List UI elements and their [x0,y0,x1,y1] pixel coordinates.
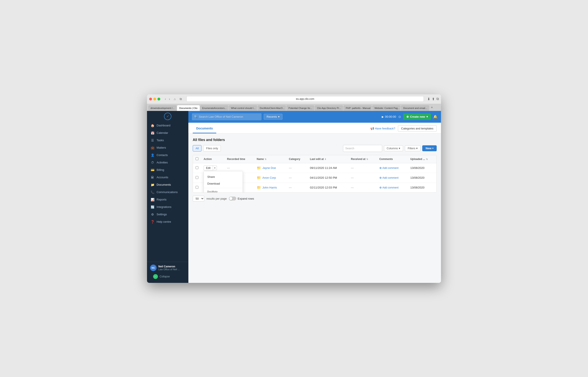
sidebar-item-documents[interactable]: 📁 Documents [147,181,188,188]
back-button[interactable]: ‹ [164,97,167,101]
sidebar-item-settings[interactable]: ⚙ Settings [147,211,188,218]
browser-tab-9[interactable]: Document and email... [401,105,429,111]
row-checkbox-0[interactable] [196,166,198,169]
add-comment-link-0[interactable]: ⊕ Add comment [379,166,405,170]
received-at-2: — [348,183,376,192]
name-cell-1: 📁 Anon Corp [254,173,286,183]
tab-layout-button[interactable]: ⧉ [179,97,183,101]
sidebar-item-reports[interactable]: 📊 Reports [147,196,188,203]
create-new-button[interactable]: ⊕ Create new ▾ [403,114,431,120]
browser-tab-0[interactable]: dmwindevelopment /... [148,105,177,111]
categories-templates-button[interactable]: Categories and templates [398,125,437,132]
file-name-link-1[interactable]: Anon Corp [262,176,276,179]
app-header: 🔍 Recents ▾ ▶ 00:00:00 ⊙ ⊕ Create new ▾ [188,111,441,123]
plus-circle-icon-0: ⊕ [379,166,382,170]
dropdown-item-download[interactable]: Download [204,180,243,187]
sidebar-item-dashboard[interactable]: 🏠 Dashboard [147,122,188,129]
browser-tab-2[interactable]: EnumerateAncestors... [200,105,228,111]
sidebar-item-accounts[interactable]: 🏛 Accounts [147,174,188,181]
uploaded-at-0: 13/08/2020 [408,163,436,173]
browser-tab-8[interactable]: Website: Content Pag... [372,105,400,111]
tab-documents[interactable]: Documents [193,124,216,133]
edit-button-0[interactable]: Edit [204,165,213,171]
folder-icon-2: 📁 [257,186,261,189]
file-name-link-0[interactable]: Jayne Doe [262,166,276,170]
table-row: Edit ▾ Share Download [193,163,436,173]
browser-tab-7[interactable]: PHP: pathinfo - Manual [343,105,372,111]
expand-rows-switch[interactable] [229,197,236,200]
category-0: — [286,163,307,173]
dropdown-docmoto-section: DocMoto Upload from DocMoto [204,188,243,193]
file-name-link-2[interactable]: John Harris [262,186,277,189]
sidebar-item-label: Reports [157,198,167,201]
sidebar-item-label: Settings [157,213,167,216]
share-icon[interactable]: ⬆ [432,97,435,101]
sidebar-item-activities[interactable]: ⏱ Activities [147,159,188,166]
sidebar-item-contacts[interactable]: 👤 Contacts [147,152,188,159]
help-icon: ❓ [150,220,154,224]
sidebar-item-billing[interactable]: 💳 Billing [147,166,188,174]
edit-caret-0[interactable]: ▾ [213,166,217,170]
timer-settings-icon[interactable]: ⊙ [398,115,401,119]
browser-tab-5[interactable]: Potential Change Ite... [286,105,315,111]
search-input[interactable] [199,115,259,118]
dropdown-item-share[interactable]: Share [204,174,243,180]
home-button[interactable]: ⌂ [173,97,177,101]
download-icon[interactable]: ⬇ [427,97,430,101]
browser-tab-3[interactable]: What control should I... [229,105,257,111]
new-document-button[interactable]: New ▾ [422,145,437,151]
search-icon: 🔍 [194,115,198,118]
sidebar-item-calendar[interactable]: 📅 Calendar [147,129,188,137]
category-1: — [286,173,307,183]
col-last-edit[interactable]: Last edit at⬇ [307,155,348,163]
add-comment-link-1[interactable]: ⊕ Add comment [379,176,405,179]
dropdown-main-section: Share Download [204,173,243,188]
sidebar-item-communications[interactable]: 📞 Communications [147,188,188,196]
col-uploaded[interactable]: Uploaded ...⇅ [408,155,436,163]
user-info: NC Neil Cameron Law Office of Neil ... [150,265,185,271]
browser-tab-1[interactable]: Documents | Clio [177,105,200,111]
user-details: Neil Cameron Law Office of Neil ... [158,265,180,271]
browser-tab-4[interactable]: DocMotoClient-MacO... [258,105,286,111]
comments-0: ⊕ Add comment [377,163,408,173]
collapse-button[interactable]: ← Collapse [150,273,185,280]
sidebar-item-integrations[interactable]: 🔄 Integrations [147,203,188,211]
col-received-at[interactable]: Received at⇅ [348,155,376,163]
sidebar-item-tasks[interactable]: ☰ Tasks [147,137,188,144]
window-icon[interactable]: ⧉ [436,97,439,101]
address-bar[interactable]: eu.app.clio.com [186,96,424,102]
feedback-link[interactable]: 📢 Have feedback? [371,127,395,130]
row-checkbox-1[interactable] [196,176,198,179]
section-title: All files and folders [193,138,437,142]
maximize-dot[interactable] [158,98,160,100]
row-checkbox-2[interactable] [196,186,198,189]
sidebar-item-label: Integrations [157,205,171,209]
play-icon[interactable]: ▶ [382,115,384,118]
expand-rows-toggle[interactable]: Expand rows [229,197,254,200]
notification-bell-icon[interactable]: 🔔 [433,115,438,119]
columns-button[interactable]: Columns ▾ [384,145,403,151]
filters-label: Filters [408,147,415,150]
pagination-bar: 50 results per page Expand rows [193,196,437,201]
dashboard-icon: 🏠 [150,124,154,127]
minimize-dot[interactable] [153,98,156,100]
col-name[interactable]: Name⇅ [254,155,286,163]
close-dot[interactable] [149,98,152,100]
recents-button[interactable]: Recents ▾ [264,114,283,120]
files-only-filter-button[interactable]: Files only [203,145,221,152]
sidebar-item-matters[interactable]: 💼 Matters [147,144,188,152]
columns-caret: ▾ [399,147,400,150]
forward-button[interactable]: › [168,97,171,101]
new-tab-button[interactable]: + [430,106,434,109]
global-search-bar[interactable]: 🔍 [192,113,261,120]
all-filter-button[interactable]: All [193,145,202,152]
filters-button[interactable]: Filters ▾ [405,145,420,151]
per-page-select[interactable]: 50 [193,196,204,201]
tasks-icon: ☰ [150,139,154,142]
add-comment-link-2[interactable]: ⊕ Add comment [379,186,405,189]
select-all-checkbox[interactable] [196,157,198,160]
browser-tab-6[interactable]: Clio App Directory Pr... [315,105,343,111]
sidebar-item-help[interactable]: ❓ Help centre [147,218,188,225]
table-search-input[interactable] [343,145,382,152]
communications-icon: 📞 [150,190,154,194]
